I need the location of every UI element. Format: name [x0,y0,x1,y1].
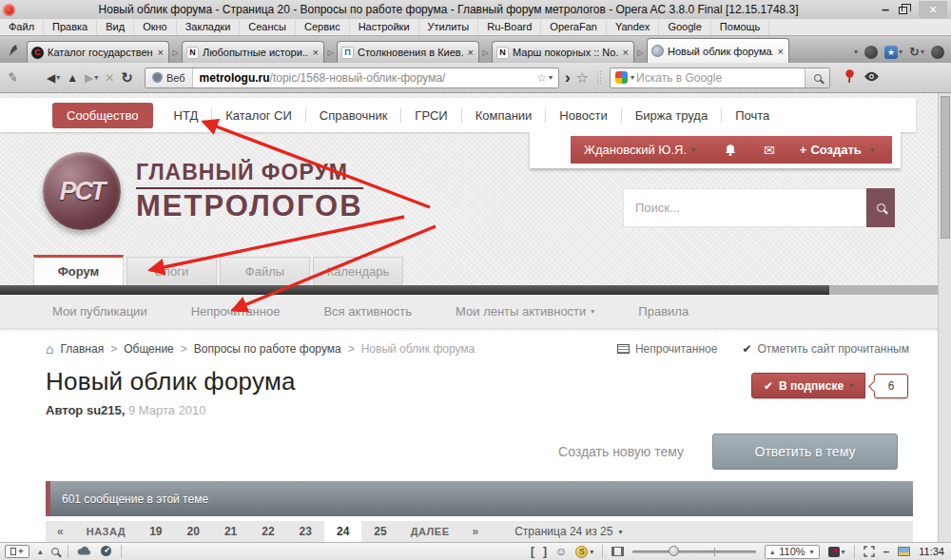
tab-close-icon[interactable]: × [777,46,785,57]
tab-separator[interactable]: ▷ [635,43,646,62]
nav-news[interactable]: Новости [546,108,620,123]
browser-tab[interactable]: N Марш покорных :: No... × [492,41,634,63]
cloud-icon[interactable] [77,546,91,557]
menu-utilities[interactable]: Утилиты [419,19,479,35]
browser-tab[interactable]: П Столкновения в Киев... × [337,41,479,63]
site-logo[interactable]: РСТ ГЛАВНЫЙ ФОРУМ МЕТРОЛОГОВ [43,152,363,230]
tab-close-icon[interactable]: × [157,47,165,58]
breadcrumb-forum[interactable]: Вопросы по работе форума [194,342,341,356]
menu-view[interactable]: Вид [97,19,134,35]
bookmark-star-icon[interactable]: ☆▾ [536,71,558,85]
fit-width-icon[interactable] [611,547,624,556]
nav-ntd[interactable]: НТД [161,108,212,123]
nav-catalog-si[interactable]: Каталог СИ [212,108,305,123]
nav-jobs[interactable]: Биржа труда [622,108,721,123]
zoom-slider-thumb[interactable] [669,546,679,556]
site-search-input[interactable] [623,188,866,227]
menu-edit[interactable]: Правка [44,19,97,35]
mark-site-read-link[interactable]: ✔ Отметить сайт прочитанным [742,342,909,356]
images-toggle-menu[interactable]: ▾ [828,547,845,557]
page-number[interactable]: 19 [137,521,174,542]
collapse-icon[interactable]: – [883,545,890,558]
create-button[interactable]: + Создать ▾ [800,143,874,157]
nav-companies[interactable]: Компании [462,108,546,123]
coin-menu[interactable]: S ▾ [575,546,593,558]
toolbar-grip[interactable] [596,70,602,86]
reply-button[interactable]: Ответить в тему [712,434,898,470]
up-button[interactable]: ▲ [67,71,78,85]
gauge-icon[interactable] [100,545,112,559]
forward-button[interactable]: ▶▾ [85,71,98,85]
bracket-left-icon[interactable]: [ [531,545,534,558]
turbo-icon[interactable] [864,46,878,59]
tab-blogs[interactable]: Блоги [126,257,217,285]
browser-tab[interactable]: C Каталог государствен... × [27,41,169,63]
page-number[interactable]: 22 [249,521,286,542]
messages-envelope-icon[interactable]: ✉ [764,143,775,158]
minimize-button[interactable]: – [882,5,889,14]
tab-calendar[interactable]: Календарь [313,257,403,285]
closed-tabs-trash-icon[interactable]: ↻▾ [909,45,924,59]
wallpaper-icon[interactable] [898,547,910,556]
sync-icon[interactable] [931,46,944,59]
url-field[interactable]: Веб metrologu.ru/topic/1568-новый-облик-… [145,68,559,88]
fast-forward-button[interactable]: › [565,68,571,87]
subnav-unread[interactable]: Непрочитанное [191,304,281,319]
nav-grsi[interactable]: ГРСИ [401,108,460,123]
menu-bookmarks[interactable]: Закладки [177,19,241,35]
nav-community[interactable]: Сообщество [52,103,153,128]
browser-tab-active[interactable]: Новый облик форума... × [647,38,789,63]
menu-file[interactable]: Файл [0,19,44,35]
page-number[interactable]: 21 [212,521,249,542]
stop-button[interactable]: ✕ [105,71,114,85]
site-search-button[interactable] [866,188,895,227]
tab-files[interactable]: Файлы [220,257,310,285]
tab-close-icon[interactable]: × [312,47,320,58]
menu-google[interactable]: Google [659,19,710,35]
unread-content-link[interactable]: Непрочитанное [617,342,718,356]
menu-sessions[interactable]: Сеансы [240,19,296,35]
home-icon[interactable]: ⌂ [46,343,53,355]
menu-operafan[interactable]: OperaFan [541,19,607,35]
web-search-input[interactable] [636,71,805,85]
page-number[interactable]: 25 [361,521,398,542]
search-engine-caret-icon[interactable]: ▾ [631,73,634,82]
close-button[interactable]: ✕ [919,1,947,18]
note-pencil-icon[interactable]: ✎ [7,69,19,86]
browser-tab[interactable]: N Любопытные истори... × [182,41,324,63]
zoom-slider[interactable] [632,545,756,558]
tab-separator[interactable]: ▷ [325,43,336,62]
vertical-scrollbar[interactable] [938,93,951,542]
nav-reference[interactable]: Справочник [306,108,401,123]
page-number[interactable]: 20 [175,521,212,542]
menu-settings[interactable]: Настройки [350,19,419,35]
subscribers-count-badge[interactable]: 6 [874,374,908,398]
tab-close-icon[interactable]: × [622,47,630,58]
pushpin-icon[interactable] [844,69,856,87]
menu-window[interactable]: Окно [134,19,177,35]
breadcrumb-section[interactable]: Общение [124,342,174,356]
fullscreen-icon[interactable] [864,546,875,557]
google-icon[interactable] [615,71,628,84]
eye-icon[interactable] [864,71,880,85]
tab-list-icon[interactable]: ▾ [854,48,858,56]
subnav-all-activity[interactable]: Вся активность [323,304,412,319]
smiley-icon[interactable]: ☺ [555,545,567,558]
page-back-button[interactable]: НАЗАД [75,526,137,537]
favorites-star-icon[interactable]: ☆ [576,69,589,87]
menu-ruboard[interactable]: Ru-Board [478,19,541,35]
tab-close-icon[interactable]: × [467,47,475,58]
tab-forum[interactable]: Форум [33,255,124,285]
tab-separator[interactable]: ▷ [480,43,491,62]
zoom-level-dropdown[interactable]: ▴ 110% ▾ [765,545,819,559]
subnav-my-posts[interactable]: Мои публикации [52,304,147,319]
page-last-button[interactable]: » [460,525,490,538]
panels-toggle-icon[interactable] [3,40,24,61]
find-icon[interactable] [51,548,59,555]
page-first-button[interactable]: « [46,525,75,538]
menu-help[interactable]: Помощь [711,19,770,35]
notifications-bell-icon[interactable] [724,144,737,157]
subnav-rules[interactable]: Правила [638,304,689,319]
page-info-dropdown[interactable]: Страница 24 из 25 ▾ [514,525,622,538]
reload-button[interactable]: ↻ [121,69,133,87]
